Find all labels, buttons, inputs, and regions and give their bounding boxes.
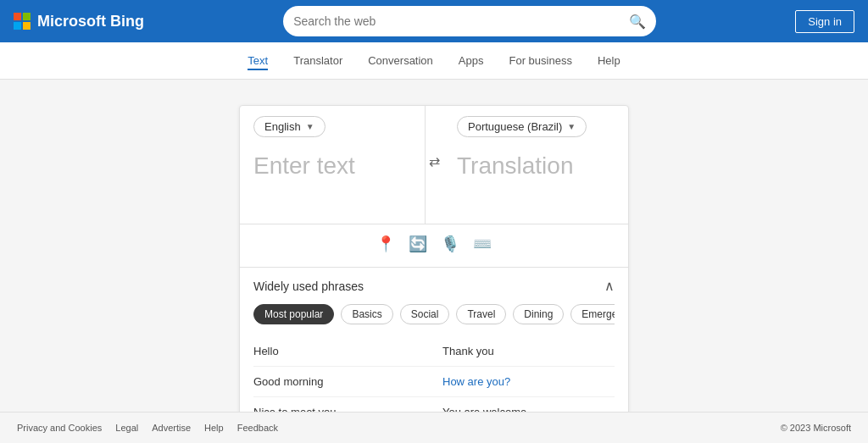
nav-item-translator[interactable]: Translator xyxy=(293,51,342,70)
enter-text-placeholder[interactable]: Enter text xyxy=(253,146,411,213)
footer-link-help[interactable]: Help xyxy=(204,423,224,433)
tag-emergency[interactable]: Emergency xyxy=(570,304,615,324)
header-signin: Sign in xyxy=(795,10,854,33)
tag-travel[interactable]: Travel xyxy=(456,304,506,324)
footer-link-feedback[interactable]: Feedback xyxy=(237,423,278,433)
source-lang-selector[interactable]: English ▼ xyxy=(253,116,326,137)
search-input[interactable] xyxy=(293,14,622,28)
tag-dining[interactable]: Dining xyxy=(513,304,564,324)
main-content: English ▼ Enter text ⇄ Portuguese (Brazi… xyxy=(0,80,868,443)
source-panel: English ▼ Enter text xyxy=(240,106,426,224)
nav-item-apps[interactable]: Apps xyxy=(459,51,484,70)
search-icon[interactable]: 🔍 xyxy=(629,14,646,30)
tag-social[interactable]: Social xyxy=(400,304,450,324)
tag-most-popular[interactable]: Most popular xyxy=(253,304,334,324)
phrase-item[interactable]: Thank you xyxy=(434,336,615,367)
footer-link-legal[interactable]: Legal xyxy=(115,423,138,433)
icons-row: 📍 🔄 🎙️ ⌨️ xyxy=(240,224,628,267)
nav-item-for-business[interactable]: For business xyxy=(509,51,571,70)
copy-icon-button[interactable]: 🔄 xyxy=(405,233,431,255)
phrase-item[interactable]: Good morning xyxy=(253,367,434,397)
footer: Privacy and Cookies Legal Advertise Help… xyxy=(0,412,868,443)
phrases-tags: Most popular Basics Social Travel Dining… xyxy=(253,304,615,324)
source-lang-label: English xyxy=(264,120,301,133)
phrases-header: Widely used phrases ∧ xyxy=(253,278,615,294)
tag-basics[interactable]: Basics xyxy=(341,304,392,324)
nav-item-text[interactable]: Text xyxy=(248,51,268,70)
keyboard-icon-button[interactable]: ⌨️ xyxy=(470,233,495,255)
header: Microsoft Bing 🔍 Sign in xyxy=(0,0,868,42)
target-lang-selector[interactable]: Portuguese (Brazil) ▼ xyxy=(457,116,587,137)
translation-area: English ▼ Enter text ⇄ Portuguese (Brazi… xyxy=(240,106,628,224)
translator-card: English ▼ Enter text ⇄ Portuguese (Brazi… xyxy=(239,105,629,443)
logo: Microsoft Bing xyxy=(14,13,144,30)
signin-button[interactable]: Sign in xyxy=(795,10,854,33)
target-lang-label: Portuguese (Brazil) xyxy=(468,120,562,133)
target-lang-chevron-icon: ▼ xyxy=(567,122,576,131)
footer-links: Privacy and Cookies Legal Advertise Help… xyxy=(17,423,278,433)
swap-button[interactable]: ⇄ xyxy=(426,150,443,173)
logo-text: Microsoft Bing xyxy=(37,13,144,30)
swap-area: ⇄ xyxy=(426,106,443,224)
bing-logo-icon xyxy=(14,13,31,30)
target-panel: Portuguese (Brazil) ▼ Translation xyxy=(443,106,628,224)
footer-copyright: © 2023 Microsoft xyxy=(781,423,851,433)
pin-icon-button[interactable]: 📍 xyxy=(373,233,398,255)
source-lang-chevron-icon: ▼ xyxy=(306,122,314,131)
footer-link-privacy[interactable]: Privacy and Cookies xyxy=(17,423,102,433)
microphone-icon-button[interactable]: 🎙️ xyxy=(437,233,463,255)
phrase-item[interactable]: Hello xyxy=(253,336,434,367)
phrases-collapse-button[interactable]: ∧ xyxy=(604,278,615,294)
translation-placeholder: Translation xyxy=(457,146,615,213)
phrase-item[interactable]: How are you? xyxy=(434,367,615,397)
footer-link-advertise[interactable]: Advertise xyxy=(152,423,191,433)
nav-item-help[interactable]: Help xyxy=(598,51,620,70)
search-bar: 🔍 xyxy=(283,6,656,36)
phrases-title: Widely used phrases xyxy=(253,280,364,293)
search-bar-container: 🔍 xyxy=(144,6,795,36)
nav: Text Translator Conversation Apps For bu… xyxy=(0,42,868,80)
nav-item-conversation[interactable]: Conversation xyxy=(368,51,433,70)
